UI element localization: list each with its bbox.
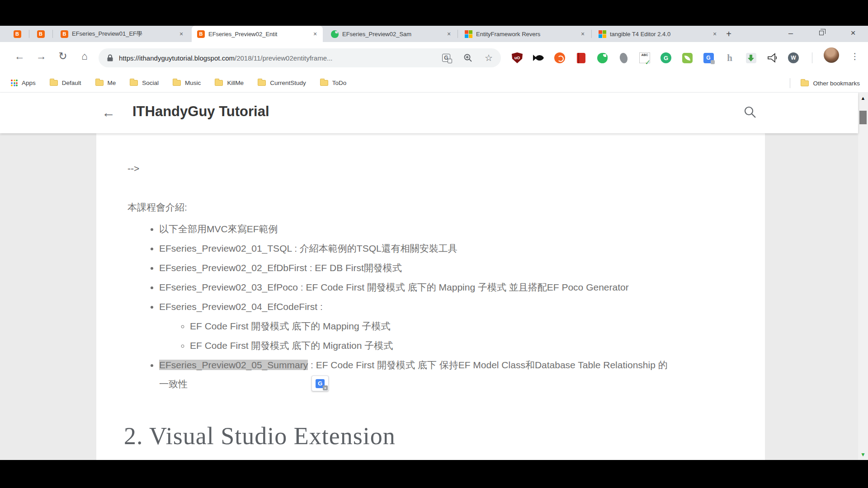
tab-entityframework-reverse[interactable]: EntityFramework Revers × [459,26,590,42]
apps-grid-icon [11,80,18,86]
h-extension-icon[interactable]: h [724,52,736,64]
blog-header: ← ITHandyGuy Tutorial [0,93,858,133]
gray-oval-extension-icon[interactable] [618,52,629,64]
browser-toolbar: ← → ↻ ⌂ https://ithandyguytutorial.blogs… [0,42,868,74]
tab-label: EFseries_Preview02_Entit [208,31,308,38]
tab-close-icon[interactable]: × [579,30,587,38]
tab-strip: B B B EFseries_Preview01_EF學 × B EFserie… [0,26,868,42]
bookmark-folder-killme[interactable]: KillMe [215,80,244,86]
google-translate-popup[interactable]: G [311,375,329,391]
new-tab-button[interactable]: + [722,28,735,40]
tab-close-icon[interactable]: × [311,30,319,38]
tab-efseries-preview01[interactable]: B EFseries_Preview01_EF學 × [55,26,189,42]
list-item: EFseries_Preview02_02_EfDbFirst : EF DB … [159,263,738,273]
blog-search-icon[interactable] [743,105,759,121]
selected-text[interactable]: EFseries_Preview02_05_Summary [159,360,308,370]
evernote-elephant [597,53,608,63]
bookmark-folder-todo[interactable]: ToDo [320,80,347,86]
chrome-menu-icon[interactable]: ⋮ [848,48,862,64]
bookmark-folder-music[interactable]: Music [173,80,201,86]
bookmark-folder-currentstudy[interactable]: CurrentStudy [258,80,306,86]
tab-close-icon[interactable]: × [445,30,453,38]
back-button[interactable]: ← [11,48,28,64]
grammarly-icon[interactable]: G [660,52,672,64]
ublock-origin-icon[interactable]: uO [511,52,523,64]
tab-tangible-t4-editor[interactable]: tangible T4 Editor 2.4.0 × [593,26,722,42]
tab-separator [29,30,29,38]
bookmark-star-icon[interactable]: ☆ [483,52,495,64]
window-minimize-button[interactable]: – [780,26,801,40]
reload-button[interactable]: ↻ [55,48,71,64]
blogger-icon: B [14,30,21,38]
folder-icon [215,80,223,86]
url-path: /2018/11/preview02entityframe... [235,54,333,62]
zoom-level-icon[interactable] [462,52,474,64]
profile-avatar[interactable] [824,47,839,63]
w-circle: W [788,52,799,63]
other-bookmarks[interactable]: Other bookmarks [790,74,860,93]
tab-efseries-preview02-sam[interactable]: EFseries_Preview02_Sam × [326,26,457,42]
tab-separator [591,30,592,38]
microsoft-icon [465,30,472,38]
bookmark-folder-social[interactable]: Social [130,80,159,86]
list-item-text: EFseries_Preview02_04_EfCodeFirst : [159,301,323,312]
bookmark-label: KillMe [227,80,244,86]
list-item: EFseries_Preview02_03_EfPoco : EF Code F… [159,282,738,293]
folder-icon [95,80,104,86]
tab-close-icon[interactable]: × [711,30,719,38]
google-translate-extension-icon[interactable]: G [703,52,714,64]
url-origin: https://ithandyguytutorial.blogspot.com [119,54,235,62]
pinned-tab-blogger-1[interactable]: B [8,26,26,42]
address-bar[interactable]: https://ithandyguytutorial.blogspot.com/… [99,48,501,67]
ublock-shield: uO [512,52,523,63]
scrollbar-thumb[interactable] [859,111,867,124]
translate-g-glyph: G [442,54,450,62]
lock-icon[interactable] [107,54,113,62]
scroll-up-arrow-icon[interactable]: ▲ [858,93,868,103]
tab-close-icon[interactable]: × [177,30,185,38]
black-fish-extension-icon[interactable] [533,52,544,64]
bookmark-label: CurrentStudy [270,80,306,86]
wayback-extension-icon[interactable]: W [788,52,799,64]
bookmark-folder-me[interactable]: Me [95,80,116,86]
tab-efseries-preview02-active[interactable]: B EFseries_Preview02_Entit × [192,26,323,42]
translate-page-icon[interactable]: G [440,52,452,64]
pinned-tab-blogger-2[interactable]: B [32,26,50,42]
blog-back-arrow[interactable]: ← [99,103,118,122]
green-down-arrow [746,53,756,63]
tab-label: EFseries_Preview01_EF學 [72,30,175,38]
restore-icon [819,31,824,35]
scrollbar[interactable]: ▲ ▼ [858,93,868,460]
red-book-extension-icon[interactable] [575,52,587,64]
orange-circle-extension-icon[interactable] [554,52,566,64]
home-button[interactable]: ⌂ [76,48,93,64]
page-margin-left [0,133,96,460]
orange-circle [554,52,565,63]
folder-icon [320,80,328,86]
evernote-clipper-icon[interactable] [596,52,608,64]
tab-label: EFseries_Preview02_Sam [342,31,442,38]
megaphone-extension-icon[interactable] [766,52,778,64]
evernote-icon [331,30,339,38]
spellcheck-extension-icon[interactable]: ABC✓ [639,52,651,64]
comment-text: --> [127,163,738,174]
forward-button[interactable]: → [33,48,49,64]
bookmark-folder-default[interactable]: Default [50,80,81,86]
green-leaf-extension-icon[interactable] [681,52,693,64]
blogger-icon: B [37,30,45,38]
tab-label: tangible T4 Editor 2.4.0 [610,31,708,38]
apps-shortcut[interactable]: Apps [0,80,36,86]
bookmark-label: Default [62,80,81,86]
video-download-extension-icon[interactable] [745,52,757,64]
window-restore-button[interactable] [811,26,832,40]
bookmark-label: ToDo [332,80,347,86]
scroll-down-arrow-icon[interactable]: ▼ [858,449,868,460]
bookmark-label: Me [108,80,116,86]
abc-box: ABC✓ [639,52,650,63]
tab-separator [52,30,53,38]
folder-icon [50,80,58,86]
window-close-button[interactable]: × [843,26,863,40]
folder-icon [130,80,138,86]
blogger-icon: B [61,30,68,38]
extensions-row: uO ABC✓ G G h W [511,52,799,64]
